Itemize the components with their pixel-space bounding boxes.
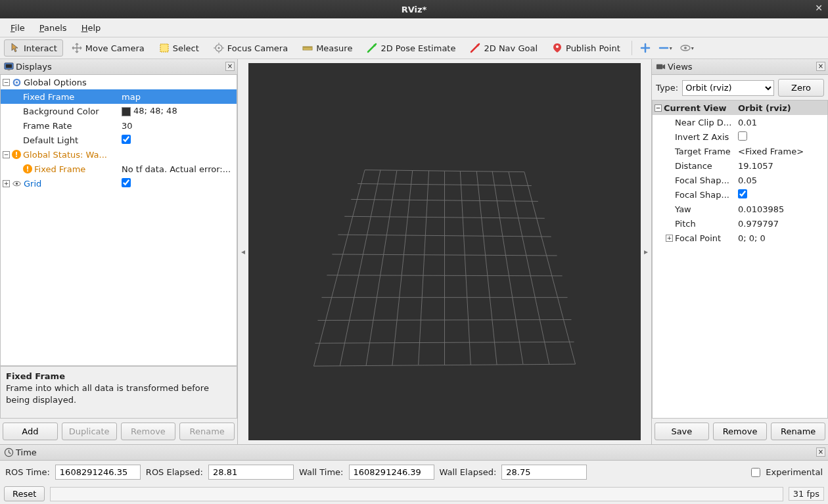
right-collapse-handle[interactable]: ▸ (641, 59, 651, 444)
tool-focus-camera-label: Focus Camera (227, 43, 288, 53)
menu-file[interactable]: File (4, 21, 32, 35)
menu-help[interactable]: Help (75, 21, 108, 35)
grid-checkbox[interactable] (122, 178, 131, 187)
time-panel-close[interactable]: × (816, 447, 825, 457)
tree-item-focal-point[interactable]: +Focal Point 0; 0; 0 (653, 231, 827, 245)
fps-indicator: 31 fps (789, 487, 824, 501)
collapse-icon[interactable]: − (655, 104, 662, 112)
nav-goal-icon (470, 43, 480, 53)
view-type-select[interactable]: Orbit (rviz) (682, 80, 774, 96)
tree-item-yaw[interactable]: Yaw 0.0103985 (653, 202, 827, 216)
tree-item-default-light[interactable]: Default Light (1, 133, 237, 147)
3d-viewport[interactable] (248, 63, 641, 440)
time-panel-titlebar[interactable]: Time × (0, 445, 828, 461)
tree-item-frame-rate[interactable]: Frame Rate 30 (1, 118, 237, 133)
displays-button-row: Add Duplicate Remove Rename (0, 419, 237, 444)
tool-2d-nav-goal[interactable]: 2D Nav Goal (464, 39, 543, 57)
window-close-button[interactable]: ✕ (815, 3, 823, 13)
warning-icon: ! (12, 150, 21, 159)
tree-item-background-color[interactable]: Background Color 48; 48; 48 (1, 104, 237, 118)
svg-rect-0 (160, 44, 168, 52)
menu-panels[interactable]: Panels (33, 21, 74, 35)
remove-display-button: Remove (121, 423, 176, 440)
tree-item-target-frame[interactable]: Target Frame <Fixed Frame> (653, 144, 827, 158)
zero-button[interactable]: Zero (778, 79, 824, 97)
tree-item-focal-shape-size[interactable]: Focal Shap... 0.05 (653, 173, 827, 187)
expand-icon[interactable]: + (666, 235, 673, 242)
invert-z-checkbox[interactable] (738, 131, 747, 141)
ros-time-field[interactable] (55, 465, 141, 480)
tree-item-near-clip[interactable]: Near Clip D... 0.01 (653, 115, 827, 129)
add-display-button[interactable]: Add (3, 423, 58, 440)
displays-panel-close[interactable]: × (225, 62, 235, 71)
color-swatch[interactable] (122, 107, 131, 116)
toolbar-remove-button[interactable]: ▾ (656, 40, 675, 56)
ros-time-label: ROS Time: (5, 467, 50, 477)
expand-icon[interactable]: + (3, 180, 10, 187)
left-collapse-handle[interactable]: ◂ (238, 59, 248, 444)
tool-move-camera[interactable]: Move Camera (66, 39, 150, 57)
window-title: RViz* (402, 5, 427, 14)
pose-estimate-icon (367, 43, 377, 53)
tree-item-pitch[interactable]: Pitch 0.979797 (653, 216, 827, 231)
displays-panel-titlebar[interactable]: Displays × (0, 59, 237, 75)
tool-publish-point[interactable]: Publish Point (546, 39, 626, 57)
tool-focus-camera[interactable]: Focus Camera (208, 39, 294, 57)
experimental-label: Experimental (766, 467, 823, 477)
views-panel-titlebar[interactable]: Views × (652, 59, 828, 75)
tree-item-grid[interactable]: + Grid (1, 176, 237, 191)
toolbar-separator (632, 41, 632, 55)
views-panel-close[interactable]: × (816, 62, 825, 71)
warning-icon: ! (23, 164, 32, 173)
save-view-button[interactable]: Save (655, 423, 709, 440)
tool-measure[interactable]: Measure (296, 39, 358, 57)
tree-item-current-view[interactable]: −Current View Orbit (rviz) (653, 101, 827, 115)
toolbar-visibility-button[interactable]: ▾ (678, 40, 697, 56)
viewport-container: ◂ (238, 59, 651, 444)
default-light-checkbox[interactable] (122, 135, 131, 144)
tree-item-global-status[interactable]: − ! Global Status: Wa... (1, 147, 237, 162)
tool-2d-pose-estimate[interactable]: 2D Pose Estimate (361, 39, 461, 57)
wall-time-field[interactable] (349, 465, 434, 480)
tool-2d-pose-estimate-label: 2D Pose Estimate (380, 43, 455, 53)
tool-select[interactable]: Select (153, 39, 205, 57)
tree-item-global-options[interactable]: − Global Options (1, 75, 237, 89)
status-bar: Reset 31 fps (0, 484, 828, 504)
wall-elapsed-label: Wall Elapsed: (440, 467, 497, 477)
menu-bar: File Panels Help (0, 18, 828, 37)
eye-icon (680, 43, 691, 53)
reset-button[interactable]: Reset (4, 486, 45, 501)
tree-item-fixed-frame[interactable]: Fixed Frame map (1, 89, 237, 104)
select-icon (159, 43, 170, 53)
collapse-icon[interactable]: − (3, 79, 10, 86)
tool-measure-label: Measure (316, 43, 352, 53)
window-titlebar: RViz* ✕ (0, 0, 828, 18)
wall-elapsed-field[interactable] (501, 465, 587, 480)
tree-item-status-fixed-frame[interactable]: ! Fixed Frame No tf data. Actual error:.… (1, 162, 237, 176)
views-button-row: Save Remove Rename (652, 419, 828, 444)
toolbar: Interact Move Camera Select Focus Camera… (0, 37, 828, 59)
focal-shape-fixed-checkbox[interactable] (738, 189, 747, 198)
svg-point-6 (684, 47, 687, 49)
views-type-row: Type: Orbit (rviz) Zero (652, 75, 828, 101)
experimental-checkbox[interactable] (751, 468, 760, 477)
measure-icon (302, 43, 313, 53)
interact-icon (10, 43, 20, 53)
toolbar-add-button[interactable] (637, 40, 653, 56)
ros-elapsed-label: ROS Elapsed: (146, 467, 203, 477)
ros-elapsed-field[interactable] (208, 465, 294, 480)
views-tree[interactable]: −Current View Orbit (rviz) Near Clip D..… (652, 100, 828, 419)
rename-view-button[interactable]: Rename (771, 423, 825, 440)
minus-icon (658, 43, 669, 53)
property-help-box: Fixed Frame Frame into which all data is… (0, 366, 237, 419)
displays-tree[interactable]: − Global Options Fixed Frame map Backgro… (0, 74, 237, 366)
views-type-label: Type: (656, 83, 678, 93)
remove-view-button[interactable]: Remove (713, 423, 768, 440)
tree-item-focal-shape-fixed[interactable]: Focal Shap... (653, 187, 827, 202)
tree-item-invert-z[interactable]: Invert Z Axis (653, 129, 827, 144)
svg-point-2 (218, 47, 219, 49)
tool-interact[interactable]: Interact (4, 39, 63, 57)
gear-icon (12, 78, 22, 87)
tree-item-distance[interactable]: Distance 19.1057 (653, 158, 827, 173)
collapse-icon[interactable]: − (3, 151, 10, 158)
